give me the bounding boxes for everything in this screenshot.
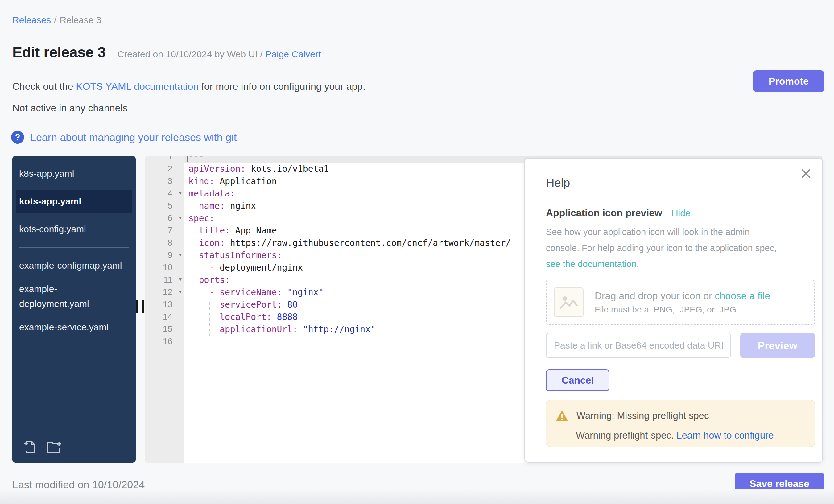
icon-dropzone[interactable]: Drag and drop your icon or choose a file… xyxy=(546,280,815,325)
warning-triangle-icon xyxy=(555,410,568,422)
file-tree-sidebar: k8s-app.yamlkots-app.yamlkots-config.yam… xyxy=(12,156,136,463)
sidebar-resize-handle[interactable] xyxy=(136,300,144,313)
file-tree-item[interactable]: example-configmap.yaml xyxy=(12,258,136,273)
description-line: console. For help adding your icon to th… xyxy=(546,240,777,256)
edit-release-page: Releases/Release 3 Edit release 3 Create… xyxy=(0,0,834,504)
sidebar-footer-divider xyxy=(19,432,129,433)
line-number: 2 xyxy=(145,163,183,175)
file-tree-item[interactable]: example-deployment.yaml xyxy=(12,282,136,311)
file-group-divider xyxy=(19,247,129,248)
line-number: 13 xyxy=(145,299,183,311)
intro-suffix: for more info on configuring your app. xyxy=(199,81,366,92)
git-help-row[interactable]: ? Learn about managing your releases wit… xyxy=(11,131,237,144)
file-tree-item[interactable]: kots-app.yaml xyxy=(16,190,132,213)
section-description: See how your application icon will look … xyxy=(546,224,777,272)
icon-preview-section-header: Application icon preview Hide xyxy=(546,207,690,219)
intro-text: Check out the KOTS YAML documentation fo… xyxy=(12,81,366,92)
fold-arrow-icon[interactable]: ▾ xyxy=(179,251,182,258)
section-heading: Application icon preview xyxy=(546,207,662,219)
git-help-link[interactable]: Learn about managing your releases with … xyxy=(30,131,237,144)
learn-configure-link[interactable]: Learn how to configure xyxy=(676,430,773,441)
line-number: 6▾ xyxy=(145,212,183,224)
line-number: 8 xyxy=(145,237,183,249)
choose-file-link[interactable]: choose a file xyxy=(715,290,770,301)
author-link[interactable]: Paige Calvert xyxy=(265,49,321,59)
line-number: 5 xyxy=(145,200,183,212)
fold-arrow-icon[interactable]: ▾ xyxy=(179,214,182,221)
dropzone-prompt: Drag and drop your icon or xyxy=(595,290,715,301)
line-number: 14 xyxy=(145,311,183,323)
line-number: 7 xyxy=(145,224,183,237)
breadcrumb-releases-link[interactable]: Releases xyxy=(12,15,51,25)
description-line: see the documentation. xyxy=(546,256,777,272)
dropzone-hint: File must be a .PNG, .JPEG, or .JPG xyxy=(595,305,770,314)
channel-status: Not active in any channels xyxy=(12,103,128,114)
fold-arrow-icon[interactable]: ▾ xyxy=(179,190,182,196)
line-number: 15 xyxy=(145,323,183,335)
file-tree-item[interactable]: example-service.yaml xyxy=(12,320,136,335)
help-panel-title: Help xyxy=(546,176,570,190)
breadcrumb-current: Release 3 xyxy=(60,15,101,25)
line-number: 10 xyxy=(145,262,183,274)
breadcrumb-separator: / xyxy=(54,15,57,25)
dropzone-text: Drag and drop your icon or choose a file… xyxy=(595,290,770,314)
new-folder-icon[interactable] xyxy=(46,440,62,454)
file-tree-item[interactable]: kots-config.yaml xyxy=(12,222,136,237)
close-icon[interactable] xyxy=(800,168,812,179)
line-number: 3 xyxy=(145,175,183,188)
icon-url-input[interactable] xyxy=(546,333,731,358)
description-line: See how your application icon will look … xyxy=(546,224,777,240)
line-number: 16 xyxy=(145,335,183,348)
warning-detail: Warning preflight-spec. Learn how to con… xyxy=(576,430,805,441)
sidebar-footer-icons xyxy=(23,440,62,454)
bottom-fade xyxy=(0,488,834,504)
title-row: Edit release 3 Created on 10/10/2024 by … xyxy=(12,44,321,61)
preview-button[interactable]: Preview xyxy=(740,333,815,358)
created-info: Created on 10/10/2024 by Web UI / Paige … xyxy=(117,49,321,60)
editor-gutter: 1234▾56▾789▾1011▾12▾13141516 xyxy=(145,156,184,463)
preflight-warning-box: Warning: Missing preflight spec Warning … xyxy=(546,400,815,447)
help-panel: Help Application icon preview Hide See h… xyxy=(524,158,823,463)
intro-prefix: Check out the xyxy=(12,81,76,92)
promote-button[interactable]: Promote xyxy=(753,70,824,92)
line-number: 11▾ xyxy=(145,274,183,286)
hide-toggle-link[interactable]: Hide xyxy=(672,208,690,218)
fold-arrow-icon[interactable]: ▾ xyxy=(179,276,182,283)
question-circle-icon: ? xyxy=(11,131,24,144)
kots-docs-link[interactable]: KOTS YAML documentation xyxy=(76,81,199,92)
file-tree: k8s-app.yamlkots-app.yamlkots-config.yam… xyxy=(12,156,136,335)
breadcrumb: Releases/Release 3 xyxy=(12,15,102,25)
new-file-icon[interactable] xyxy=(23,440,37,454)
line-number: 9▾ xyxy=(145,249,183,262)
text-cursor xyxy=(187,156,188,162)
page-title: Edit release 3 xyxy=(12,44,106,61)
warning-text: Warning: Missing preflight spec xyxy=(576,410,709,421)
line-number: 1 xyxy=(145,156,183,163)
description-suffix: . xyxy=(636,259,639,269)
created-text: Created on 10/10/2024 by Web UI / xyxy=(117,49,266,59)
fold-arrow-icon[interactable]: ▾ xyxy=(179,288,182,295)
indent-guide xyxy=(210,299,210,335)
warning-detail-text: Warning preflight-spec. xyxy=(576,430,676,441)
line-number: 12▾ xyxy=(145,286,183,299)
line-number: 4▾ xyxy=(145,188,183,200)
see-documentation-link[interactable]: see the documentation xyxy=(546,259,636,269)
icon-url-row: Preview xyxy=(546,333,815,358)
file-tree-item[interactable]: k8s-app.yaml xyxy=(12,166,136,181)
cancel-button[interactable]: Cancel xyxy=(546,369,610,391)
image-placeholder-icon xyxy=(554,287,584,317)
